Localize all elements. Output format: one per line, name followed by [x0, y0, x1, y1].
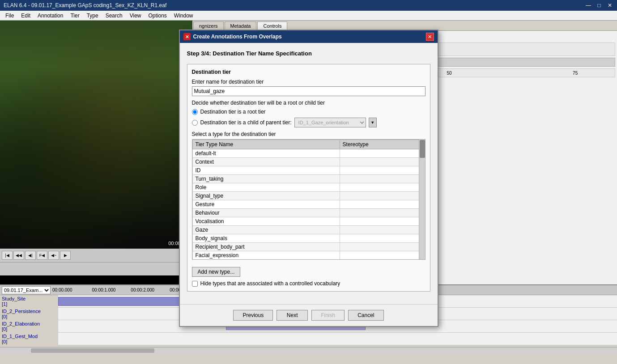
- horizontal-scrollbar: [0, 347, 617, 353]
- col-tier-type-name: Tier Type Name: [192, 140, 340, 149]
- stereotype-cell: [340, 158, 425, 166]
- table-row[interactable]: Behaviour: [192, 209, 425, 217]
- table-row[interactable]: Vocalisation: [192, 217, 425, 226]
- stereotype-cell: [340, 192, 425, 200]
- type-label: Select a type for the destination tier: [192, 131, 426, 137]
- timeline-ts-1: 00:00.000: [52, 288, 72, 292]
- dialog-body: Step 3/4: Destination Tier Name Specific…: [180, 43, 438, 304]
- scrollbar-inner: [0, 348, 617, 353]
- next-button[interactable]: Next: [277, 310, 308, 321]
- timeline-ts-3: 00:00:2.000: [131, 288, 154, 292]
- finish-button[interactable]: Finish: [311, 310, 345, 321]
- menu-bar: File Edit Annotation Tier Type Search Vi…: [0, 11, 617, 21]
- hide-types-row: Hide types that are associated with a co…: [192, 280, 426, 287]
- minimize-button[interactable]: —: [585, 2, 592, 8]
- track-selector[interactable]: 09.01.17_Exam...: [2, 286, 51, 294]
- stereotype-cell: [340, 166, 425, 175]
- radio-child-label: Destination tier is a child of parent ti…: [200, 119, 292, 126]
- stereotype-cell: [340, 217, 425, 226]
- menu-file[interactable]: File: [2, 12, 17, 20]
- tier-type-tbody: default-ltContextIDTurn_takingRoleSignal…: [192, 149, 425, 260]
- previous-button[interactable]: Previous: [233, 310, 273, 321]
- table-row[interactable]: overlapping Gesture: [192, 260, 425, 260]
- track-label-study-site: Study_Site[1]: [0, 295, 58, 308]
- tier-type-name-cell: Role: [192, 183, 340, 192]
- track-label-id2-elaboration: ID_2_Elaboration[0]: [0, 320, 58, 333]
- hide-types-checkbox[interactable]: [192, 281, 198, 287]
- table-row[interactable]: Facial_expression: [192, 251, 425, 260]
- dialog-title: Create Annotations From Overlaps: [193, 34, 282, 40]
- tier-type-name-cell: Context: [192, 158, 340, 166]
- title-bar-title: ELAN 6.4 - 09.01.17_Example GApS coding1…: [4, 2, 166, 8]
- track-label-id2-persistence: ID_2_Persistence[0]: [0, 308, 58, 320]
- tier-type-name-cell: Gesture: [192, 200, 340, 209]
- table-row[interactable]: ID: [192, 166, 425, 175]
- tier-type-name-cell: Vocalisation: [192, 217, 340, 226]
- dropdown-arrow-button[interactable]: ▼: [369, 118, 377, 127]
- tier-type-table-scroll[interactable]: Tier Type Name Stereotype default-ltCont…: [192, 140, 425, 260]
- stereotype-cell: [340, 200, 425, 209]
- radio-child-row: Destination tier is a child of parent ti…: [192, 118, 426, 127]
- cancel-button[interactable]: Cancel: [348, 310, 383, 321]
- maximize-button[interactable]: □: [596, 2, 603, 8]
- radio-child[interactable]: [192, 120, 198, 126]
- tier-type-name-cell: Facial_expression: [192, 251, 340, 260]
- dialog-titlebar-left: ✕ Create Annotations From Overlaps: [183, 33, 282, 40]
- dialog-titlebar: ✕ Create Annotations From Overlaps ✕: [180, 30, 438, 43]
- radio-root[interactable]: [192, 109, 198, 115]
- tier-type-name-cell: Body_signals: [192, 234, 340, 243]
- section-title: Destination tier: [192, 69, 426, 75]
- tier-type-name-cell: Behaviour: [192, 209, 340, 217]
- add-new-type-button[interactable]: Add new type...: [192, 267, 241, 277]
- menu-window[interactable]: Window: [170, 12, 197, 20]
- stereotype-cell: [340, 234, 425, 243]
- root-child-label: Decide whether destination tier will be …: [192, 100, 426, 106]
- table-row[interactable]: Turn_taking: [192, 175, 425, 183]
- track-row-id1-gest-mod: ID_1_Gest_Mod[0]: [0, 333, 617, 345]
- menu-search[interactable]: Search: [102, 12, 126, 20]
- radio-root-label: Destination tier is a root tier: [200, 109, 266, 115]
- track-content-id1-gest-mod: [58, 333, 617, 345]
- table-row[interactable]: Role: [192, 183, 425, 192]
- menu-view[interactable]: View: [126, 12, 145, 20]
- hide-types-label: Hide types that are associated with a co…: [200, 280, 340, 287]
- step-label: Step 3/4: Destination Tier Name Specific…: [187, 50, 430, 57]
- stereotype-cell: [340, 183, 425, 192]
- menu-annotation[interactable]: Annotation: [34, 12, 67, 20]
- table-row[interactable]: Gesture: [192, 200, 425, 209]
- dialog-close-button[interactable]: ✕: [426, 33, 434, 41]
- close-button[interactable]: ✕: [606, 2, 613, 8]
- table-row[interactable]: Signal_type: [192, 192, 425, 200]
- destination-tier-input[interactable]: [192, 86, 426, 96]
- stereotype-cell: [340, 209, 425, 217]
- name-label: Enter name for destination tier: [192, 79, 426, 85]
- stereotype-cell: [340, 149, 425, 158]
- menu-type[interactable]: Type: [83, 12, 102, 20]
- table-row[interactable]: Gaze: [192, 226, 425, 234]
- tier-type-name-cell: Signal_type: [192, 192, 340, 200]
- tier-type-name-cell: Gaze: [192, 226, 340, 234]
- stereotype-cell: [340, 175, 425, 183]
- main-layout: 00:00:05. |◀ ◀◀ ◀| F◀ ◀~ ▶ ngnizers Meta…: [0, 21, 617, 284]
- tier-type-name-cell: overlapping Gesture: [192, 260, 340, 260]
- stereotype-cell: [340, 226, 425, 234]
- menu-edit[interactable]: Edit: [17, 12, 34, 20]
- menu-tier[interactable]: Tier: [67, 12, 83, 20]
- table-row[interactable]: Body_signals: [192, 234, 425, 243]
- table-row[interactable]: Context: [192, 158, 425, 166]
- menu-options[interactable]: Options: [145, 12, 170, 20]
- parent-tier-select[interactable]: ID_1_Gaze_orientation: [294, 118, 366, 127]
- dialog-footer: Previous Next Finish Cancel: [180, 304, 438, 326]
- table-row[interactable]: Recipient_body_part: [192, 243, 425, 251]
- tier-type-name-cell: ID: [192, 166, 340, 175]
- table-row[interactable]: default-lt: [192, 149, 425, 158]
- tier-type-name-cell: Recipient_body_part: [192, 243, 340, 251]
- tier-type-table: Tier Type Name Stereotype default-ltCont…: [192, 140, 425, 260]
- radio-root-row: Destination tier is a root tier: [192, 109, 426, 115]
- dialog-overlay: ✕ Create Annotations From Overlaps ✕ Ste…: [0, 21, 617, 284]
- stereotype-cell: [340, 243, 425, 251]
- horizontal-thumb[interactable]: [31, 348, 154, 353]
- timeline-ts-2: 00:00:1.000: [92, 288, 116, 292]
- add-type-area: Add new type...: [192, 263, 426, 277]
- dialog-icon-x: ✕: [185, 34, 189, 39]
